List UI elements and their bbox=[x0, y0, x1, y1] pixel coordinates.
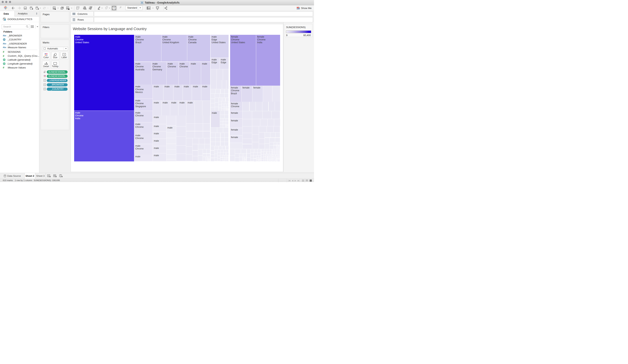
svg-text:T: T bbox=[44, 80, 45, 81]
svg-text:T: T bbox=[44, 84, 45, 86]
svg-text:T: T bbox=[64, 54, 65, 56]
svg-text:T: T bbox=[113, 7, 115, 9]
svg-text:T: T bbox=[44, 88, 45, 90]
